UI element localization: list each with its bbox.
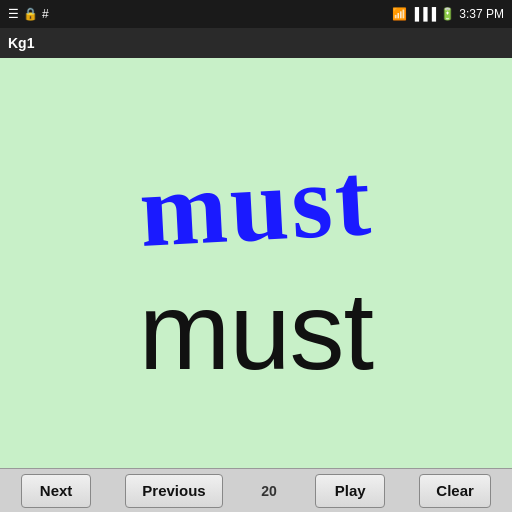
printed-word: must	[139, 270, 373, 391]
app-title: Kg1	[8, 35, 34, 51]
phone-container: ☰ 🔒 # 📶 ▐▐▐ 🔋 3:37 PM Kg1 must must Next…	[0, 0, 512, 512]
next-button[interactable]: Next	[21, 474, 91, 508]
time-display: 3:37 PM	[459, 7, 504, 21]
clear-button[interactable]: Clear	[419, 474, 491, 508]
status-bar: ☰ 🔒 # 📶 ▐▐▐ 🔋 3:37 PM	[0, 0, 512, 28]
svg-text:must: must	[136, 140, 376, 265]
button-bar: Next Previous 20 Play Clear	[0, 468, 512, 512]
title-bar: Kg1	[0, 28, 512, 58]
status-right: 📶 ▐▐▐ 🔋 3:37 PM	[392, 7, 504, 21]
play-button[interactable]: Play	[315, 474, 385, 508]
lock-icon: 🔒	[23, 7, 38, 21]
wifi-icon: 📶	[392, 7, 407, 21]
status-left: ☰ 🔒 #	[8, 7, 49, 21]
page-number: 20	[257, 483, 281, 499]
signal-icon: ▐▐▐	[411, 7, 437, 21]
previous-button[interactable]: Previous	[125, 474, 222, 508]
handwritten-word-svg: must	[86, 135, 426, 265]
battery-icon: 🔋	[440, 7, 455, 21]
menu-icon: ☰	[8, 7, 19, 21]
hash-icon: #	[42, 7, 49, 21]
main-content: must must	[0, 58, 512, 468]
